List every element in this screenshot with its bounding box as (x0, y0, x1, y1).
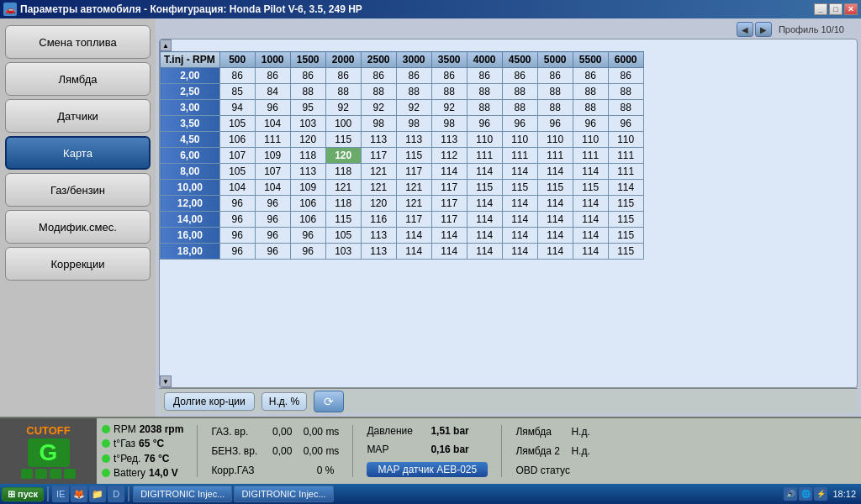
cell-2-11[interactable]: 88 (608, 100, 643, 116)
cell-11-11[interactable]: 115 (608, 244, 643, 260)
cell-4-3[interactable]: 115 (325, 132, 361, 148)
cell-8-4[interactable]: 120 (361, 196, 396, 212)
cell-7-6[interactable]: 117 (431, 180, 467, 196)
cell-10-8[interactable]: 114 (502, 228, 537, 244)
cell-1-8[interactable]: 88 (502, 84, 537, 100)
cell-9-6[interactable]: 117 (431, 212, 467, 228)
cell-10-5[interactable]: 114 (396, 228, 431, 244)
row-header-5[interactable]: 6,00 (161, 148, 220, 164)
cell-1-5[interactable]: 88 (396, 84, 431, 100)
cell-5-11[interactable]: 111 (608, 148, 643, 164)
cell-3-2[interactable]: 103 (290, 116, 325, 132)
cell-2-7[interactable]: 88 (467, 100, 502, 116)
cell-1-3[interactable]: 88 (325, 84, 361, 100)
cell-3-5[interactable]: 98 (396, 116, 431, 132)
cell-3-10[interactable]: 96 (573, 116, 608, 132)
sidebar-item-corrections[interactable]: Коррекции (5, 247, 151, 281)
cell-5-5[interactable]: 115 (396, 148, 431, 164)
cell-2-1[interactable]: 96 (255, 100, 290, 116)
cell-0-8[interactable]: 86 (502, 68, 537, 84)
cell-1-9[interactable]: 88 (537, 84, 573, 100)
scroll-down-button[interactable]: ▼ (160, 375, 172, 387)
tray-icon-2[interactable]: 🌐 (799, 487, 812, 501)
sidebar-item-sensors[interactable]: Датчики (5, 99, 151, 133)
cell-8-2[interactable]: 106 (290, 196, 325, 212)
cell-9-4[interactable]: 116 (361, 212, 396, 228)
cell-10-4[interactable]: 113 (361, 228, 396, 244)
sidebar-item-fuel-change[interactable]: Смена топлива (5, 25, 151, 59)
cell-8-7[interactable]: 114 (467, 196, 502, 212)
cell-8-5[interactable]: 121 (396, 196, 431, 212)
cell-9-9[interactable]: 114 (537, 212, 573, 228)
cell-3-9[interactable]: 96 (537, 116, 573, 132)
cell-3-3[interactable]: 100 (325, 116, 361, 132)
cell-11-0[interactable]: 96 (219, 244, 255, 260)
cell-2-5[interactable]: 92 (396, 100, 431, 116)
cell-6-6[interactable]: 114 (431, 164, 467, 180)
cell-1-10[interactable]: 88 (573, 84, 608, 100)
cell-6-0[interactable]: 105 (219, 164, 255, 180)
cell-9-11[interactable]: 115 (608, 212, 643, 228)
cell-2-10[interactable]: 88 (573, 100, 608, 116)
tray-icon-1[interactable]: 🔊 (784, 487, 797, 501)
cell-10-7[interactable]: 114 (467, 228, 502, 244)
row-header-8[interactable]: 12,00 (161, 196, 220, 212)
cell-8-9[interactable]: 114 (537, 196, 573, 212)
cell-5-2[interactable]: 118 (290, 148, 325, 164)
cell-10-9[interactable]: 114 (537, 228, 573, 244)
cell-6-1[interactable]: 107 (255, 164, 290, 180)
cell-11-10[interactable]: 114 (573, 244, 608, 260)
cell-4-1[interactable]: 111 (255, 132, 290, 148)
cell-7-2[interactable]: 109 (290, 180, 325, 196)
cell-4-0[interactable]: 106 (219, 132, 255, 148)
cell-7-1[interactable]: 104 (255, 180, 290, 196)
cell-6-5[interactable]: 117 (396, 164, 431, 180)
cell-9-7[interactable]: 114 (467, 212, 502, 228)
cell-10-6[interactable]: 114 (431, 228, 467, 244)
cell-0-11[interactable]: 86 (608, 68, 643, 84)
cell-9-0[interactable]: 96 (219, 212, 255, 228)
cell-10-10[interactable]: 114 (573, 228, 608, 244)
cell-8-1[interactable]: 96 (255, 196, 290, 212)
row-header-2[interactable]: 3,00 (161, 100, 220, 116)
cell-3-6[interactable]: 98 (431, 116, 467, 132)
cell-3-1[interactable]: 104 (255, 116, 290, 132)
cell-8-11[interactable]: 115 (608, 196, 643, 212)
row-header-3[interactable]: 3,50 (161, 116, 220, 132)
row-header-4[interactable]: 4,50 (161, 132, 220, 148)
cell-0-4[interactable]: 86 (361, 68, 396, 84)
cell-7-9[interactable]: 115 (537, 180, 573, 196)
cell-11-4[interactable]: 113 (361, 244, 396, 260)
cell-4-8[interactable]: 110 (502, 132, 537, 148)
cell-10-0[interactable]: 96 (219, 228, 255, 244)
close-button[interactable]: ✕ (844, 3, 858, 15)
cell-7-5[interactable]: 121 (396, 180, 431, 196)
taskbar-folder-icon[interactable]: 📁 (89, 486, 106, 502)
maximize-button[interactable]: □ (829, 3, 843, 15)
cell-6-7[interactable]: 114 (467, 164, 502, 180)
profile-right-arrow[interactable]: ▶ (755, 22, 772, 37)
cell-5-6[interactable]: 112 (431, 148, 467, 164)
cell-5-9[interactable]: 111 (537, 148, 573, 164)
cell-0-3[interactable]: 86 (325, 68, 361, 84)
cell-1-7[interactable]: 88 (467, 84, 502, 100)
cell-7-4[interactable]: 121 (361, 180, 396, 196)
sidebar-item-lambda[interactable]: Лямбда (5, 62, 151, 96)
cell-0-10[interactable]: 86 (573, 68, 608, 84)
cell-0-2[interactable]: 86 (290, 68, 325, 84)
cell-7-8[interactable]: 115 (502, 180, 537, 196)
cell-4-9[interactable]: 110 (537, 132, 573, 148)
cell-2-8[interactable]: 88 (502, 100, 537, 116)
taskbar-window-1[interactable]: DIGITRONIC Injec... (133, 486, 232, 502)
cell-1-1[interactable]: 84 (255, 84, 290, 100)
cell-6-9[interactable]: 114 (537, 164, 573, 180)
cell-1-2[interactable]: 88 (290, 84, 325, 100)
row-header-9[interactable]: 14,00 (161, 212, 220, 228)
cell-0-1[interactable]: 86 (255, 68, 290, 84)
cell-11-7[interactable]: 114 (467, 244, 502, 260)
cell-7-10[interactable]: 115 (573, 180, 608, 196)
cell-1-0[interactable]: 85 (219, 84, 255, 100)
cell-5-1[interactable]: 109 (255, 148, 290, 164)
cell-4-10[interactable]: 110 (573, 132, 608, 148)
cell-8-6[interactable]: 117 (431, 196, 467, 212)
